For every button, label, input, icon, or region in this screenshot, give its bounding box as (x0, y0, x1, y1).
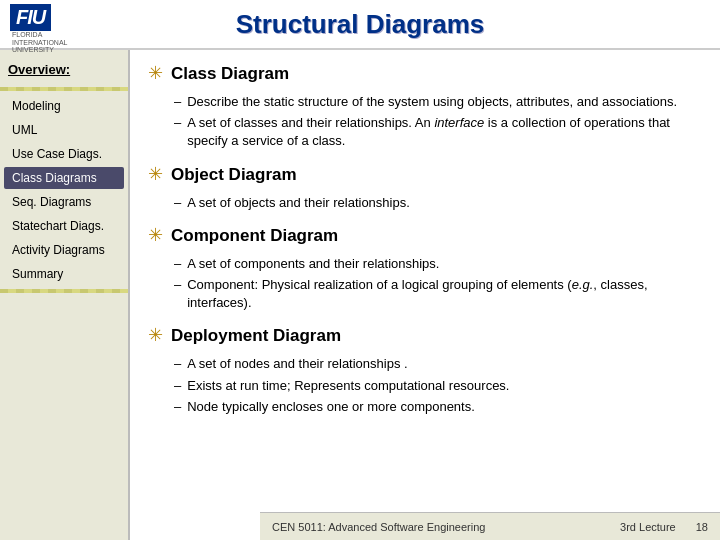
deployment-diagram-bullet-2: – Node typically encloses one or more co… (174, 398, 702, 416)
sidebar-item-use-case-diags[interactable]: Use Case Diags. (4, 143, 124, 165)
component-diagram-bullet-1: – Component: Physical realization of a l… (174, 276, 702, 312)
component-diagram-title: Component Diagram (171, 226, 338, 246)
deployment-diagram-text-1: Exists at run time; Represents computati… (187, 377, 509, 395)
footer: CEN 5011: Advanced Software Engineering … (260, 512, 720, 540)
object-diagram-header-row: ✳ Object Diagram (148, 165, 702, 190)
sidebar-item-seq-diagrams[interactable]: Seq. Diagrams (4, 191, 124, 213)
sidebar: Overview: Modeling UML Use Case Diags. C… (0, 50, 130, 540)
class-diagram-body: – Describe the static structure of the s… (174, 93, 702, 151)
sidebar-stripe (0, 87, 128, 91)
deployment-diagram-bullet-1: – Exists at run time; Represents computa… (174, 377, 702, 395)
class-diagram-text-1: A set of classes and their relationships… (187, 114, 702, 150)
bullet-star-deployment: ✳ (148, 324, 163, 346)
content-layout: Overview: Modeling UML Use Case Diags. C… (0, 50, 720, 540)
deployment-diagram-text-2: Node typically encloses one or more comp… (187, 398, 475, 416)
footer-page: 18 (696, 521, 708, 533)
bullet-star-class: ✳ (148, 62, 163, 84)
object-diagram-body: – A set of objects and their relationshi… (174, 194, 702, 212)
sidebar-item-uml[interactable]: UML (4, 119, 124, 141)
logo: FIU FLORIDA INTERNATIONAL UNIVERSITY (10, 4, 82, 54)
class-diagram-header-row: ✳ Class Diagram (148, 64, 702, 89)
dash-dep-1: – (174, 377, 181, 395)
logo-text: FIU (10, 4, 51, 31)
dash-dep-2: – (174, 398, 181, 416)
dash-1: – (174, 114, 181, 132)
bullet-star-object: ✳ (148, 163, 163, 185)
sidebar-item-activity-diagrams[interactable]: Activity Diagrams (4, 239, 124, 261)
section-class-diagram: ✳ Class Diagram – Describe the static st… (148, 64, 702, 151)
class-diagram-title: Class Diagram (171, 64, 289, 84)
deployment-diagram-text-0: A set of nodes and their relationships . (187, 355, 407, 373)
dash-comp-1: – (174, 276, 181, 294)
section-deployment-diagram: ✳ Deployment Diagram – A set of nodes an… (148, 326, 702, 416)
object-diagram-text-0: A set of objects and their relationships… (187, 194, 410, 212)
dash-dep-0: – (174, 355, 181, 373)
component-diagram-body: – A set of components and their relation… (174, 255, 702, 313)
sidebar-item-summary[interactable]: Summary (4, 263, 124, 285)
deployment-diagram-bullet-0: – A set of nodes and their relationships… (174, 355, 702, 373)
sidebar-item-modeling[interactable]: Modeling (4, 95, 124, 117)
component-diagram-text-0: A set of components and their relationsh… (187, 255, 439, 273)
component-diagram-header-row: ✳ Component Diagram (148, 226, 702, 251)
sidebar-item-statechart-diags[interactable]: Statechart Diags. (4, 215, 124, 237)
bullet-star-component: ✳ (148, 224, 163, 246)
logo-subtitle: FLORIDA INTERNATIONAL UNIVERSITY (12, 31, 82, 54)
class-diagram-text-0: Describe the static structure of the sys… (187, 93, 677, 111)
main-content: ✳ Class Diagram – Describe the static st… (130, 50, 720, 540)
dash-comp-0: – (174, 255, 181, 273)
sidebar-item-class-diagrams[interactable]: Class Diagrams (4, 167, 124, 189)
class-diagram-bullet-0: – Describe the static structure of the s… (174, 93, 702, 111)
dash-obj-0: – (174, 194, 181, 212)
page-title: Structural Diagrams (236, 9, 485, 40)
deployment-diagram-header-row: ✳ Deployment Diagram (148, 326, 702, 351)
component-diagram-text-1: Component: Physical realization of a log… (187, 276, 702, 312)
deployment-diagram-body: – A set of nodes and their relationships… (174, 355, 702, 416)
section-component-diagram: ✳ Component Diagram – A set of component… (148, 226, 702, 313)
component-diagram-bullet-0: – A set of components and their relation… (174, 255, 702, 273)
footer-right: 3rd Lecture 18 (620, 521, 708, 533)
deployment-diagram-title: Deployment Diagram (171, 326, 341, 346)
object-diagram-title: Object Diagram (171, 165, 297, 185)
sidebar-stripe-bottom (0, 289, 128, 293)
sidebar-overview-label: Overview: (0, 58, 128, 83)
footer-lecture: 3rd Lecture (620, 521, 676, 533)
dash-0: – (174, 93, 181, 111)
footer-course: CEN 5011: Advanced Software Engineering (272, 521, 485, 533)
section-object-diagram: ✳ Object Diagram – A set of objects and … (148, 165, 702, 212)
object-diagram-bullet-0: – A set of objects and their relationshi… (174, 194, 702, 212)
header: FIU FLORIDA INTERNATIONAL UNIVERSITY Str… (0, 0, 720, 50)
class-diagram-bullet-1: – A set of classes and their relationshi… (174, 114, 702, 150)
